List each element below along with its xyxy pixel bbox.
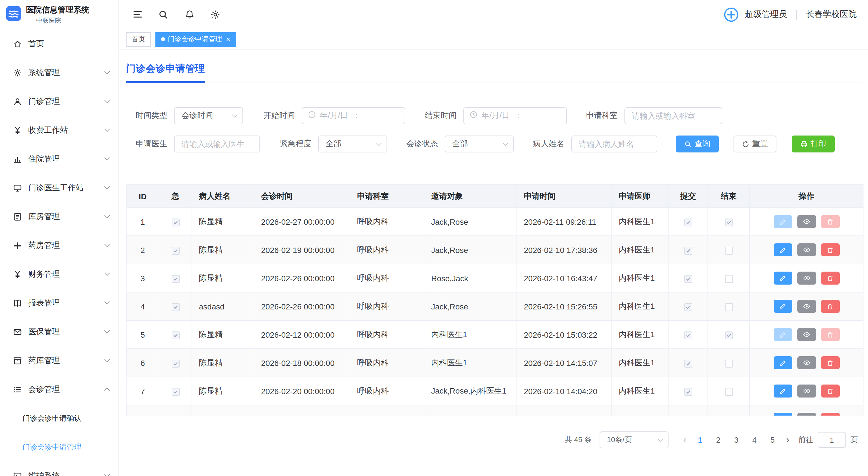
submitted-checkbox (684, 360, 692, 367)
view-button[interactable] (797, 356, 816, 369)
delete-button[interactable] (821, 356, 839, 369)
sidebar-item[interactable]: 会诊管理 (0, 375, 118, 404)
view-button[interactable] (797, 384, 816, 398)
edit-button[interactable] (773, 300, 792, 313)
table-row: 4asdasd2026-02-26 00:00:00呼吸内科Jack,Rose2… (126, 292, 863, 320)
end-time-input[interactable]: 年/月/日 --:-- (463, 107, 567, 124)
sidebar-item[interactable]: 维护系统 (0, 461, 118, 476)
sidebar-item[interactable]: 药房管理 (0, 231, 118, 260)
delete-button[interactable] (821, 300, 839, 313)
sidebar-subitem[interactable]: 门诊会诊申请管理 (0, 433, 118, 461)
sidebar-subitem[interactable]: 门诊会诊申请确认 (0, 404, 118, 433)
query-button[interactable]: 查询 (676, 136, 719, 152)
sidebar-item[interactable]: 报表管理 (0, 288, 118, 317)
urgent-checkbox (172, 275, 179, 283)
apply-doctor-input[interactable] (174, 136, 260, 152)
sidebar-item[interactable]: 库房管理 (0, 202, 118, 231)
cell-apply-time: 2026-02-10 15:03:22 (517, 320, 612, 349)
delete-button[interactable] (821, 384, 839, 398)
sidebar-item[interactable]: 系统管理 (0, 58, 118, 87)
cell-actions (750, 236, 863, 264)
edit-button[interactable] (773, 413, 792, 416)
hospital-name: 长春学校医院 (806, 9, 857, 20)
cell-consult-time: 2026-02-18 00:00:00 (254, 349, 350, 377)
tab[interactable]: 首页 (126, 32, 151, 46)
edit-button[interactable] (773, 272, 792, 284)
tab-close-icon[interactable]: × (226, 36, 230, 43)
cell-doctor: 内科医生1 (612, 320, 668, 349)
cell-patient: asdasd (192, 292, 254, 320)
cell-invitees: Jack,Rose (424, 292, 517, 320)
cell-consult-time: 2026-02-27 00:00:00 (254, 207, 350, 236)
view-button[interactable] (797, 413, 816, 416)
urgent-checkbox (172, 303, 179, 311)
sidebar-item[interactable]: 药库管理 (0, 346, 118, 375)
next-page-icon[interactable]: › (781, 435, 794, 445)
admin-name[interactable]: 超级管理员 (745, 9, 787, 20)
status-select[interactable]: 全部 (445, 136, 514, 152)
bell-icon[interactable] (184, 9, 195, 20)
sidebar-item[interactable]: 首页 (0, 29, 118, 58)
column-header: 会诊时间 (254, 185, 350, 207)
cell-id: 2 (126, 236, 159, 264)
apply-dept-input[interactable] (624, 107, 722, 124)
column-header: 邀请对象 (424, 185, 517, 207)
sidebar-item[interactable]: 门诊医生工作站 (0, 173, 118, 202)
page-number[interactable]: 3 (729, 436, 744, 444)
tab[interactable]: 门诊会诊申请管理× (155, 32, 236, 46)
search-icon[interactable] (158, 9, 169, 20)
delete-button[interactable] (821, 413, 839, 416)
edit-button[interactable] (773, 356, 792, 369)
sidebar-item[interactable]: 收费工作站 (0, 116, 118, 144)
cell-doctor: 内科医生1 (612, 292, 668, 320)
patient-name-input[interactable] (571, 136, 657, 152)
hamburger-icon[interactable] (132, 9, 143, 20)
time-type-select[interactable]: 会诊时间 (174, 107, 243, 124)
clock-icon (470, 111, 477, 121)
column-header: 结束 (708, 185, 750, 207)
page-number[interactable]: 5 (765, 436, 780, 444)
app-subtitle: 中联医院 (26, 16, 89, 25)
view-button[interactable] (797, 243, 816, 257)
cell-id: 6 (126, 349, 159, 377)
delete-button[interactable] (821, 272, 839, 284)
cell-patient: 陈显精 (192, 349, 254, 377)
urgency-select[interactable]: 全部 (318, 136, 387, 152)
medical-cross-icon[interactable] (723, 6, 739, 22)
cell-consult-time: 2026-02-26 00:00:00 (254, 264, 350, 292)
edit-button[interactable] (773, 243, 792, 257)
sidebar-item[interactable]: 财务管理 (0, 260, 118, 288)
start-time-input[interactable]: 年/月/日 --:-- (302, 107, 405, 124)
view-button[interactable] (797, 215, 816, 228)
view-button[interactable] (797, 328, 816, 341)
column-header: 申请医师 (612, 185, 668, 207)
delete-button[interactable] (821, 243, 839, 257)
page-number[interactable]: 2 (711, 436, 725, 444)
sidebar-item[interactable]: 医保管理 (0, 317, 118, 346)
chevron-down-icon (104, 184, 110, 190)
end-time-placeholder: 年/月/日 --:-- (482, 111, 524, 121)
cell-invitees: Jack,Rose,内科医生1 (424, 377, 517, 405)
chevron-down-icon (104, 356, 110, 362)
settings-icon[interactable] (210, 9, 221, 20)
view-button[interactable] (797, 300, 816, 313)
page-size-select[interactable]: 10条/页 (599, 431, 669, 448)
cell-dept: 呼吸内科 (350, 292, 424, 320)
page-number[interactable]: 1 (693, 436, 708, 444)
goto-page-input[interactable] (818, 432, 846, 448)
reset-button[interactable]: 重置 (734, 136, 776, 152)
cell-urgent (159, 207, 192, 236)
page-number[interactable]: 4 (747, 436, 762, 444)
sidebar-item[interactable]: 住院管理 (0, 144, 118, 173)
edit-button[interactable] (773, 384, 792, 398)
cell-consult-time: 2026-02-19 00:00:00 (254, 236, 350, 264)
cell-patient: 陈显精 (192, 377, 254, 405)
sidebar-item[interactable]: 门诊管理 (0, 87, 118, 116)
cell-invitees (424, 405, 517, 416)
print-button[interactable]: 打印 (792, 136, 835, 152)
cell-ended (708, 264, 750, 292)
cell-actions (750, 349, 863, 377)
view-button[interactable] (797, 272, 816, 284)
cell-submitted (668, 236, 708, 264)
page-size-value: 10条/页 (607, 435, 632, 445)
